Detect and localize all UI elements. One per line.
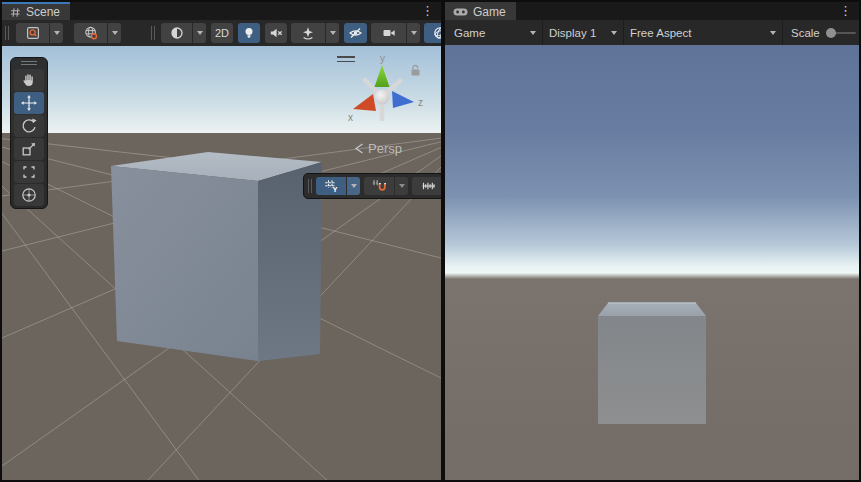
play-mode-target-dropdown[interactable]: Game bbox=[448, 20, 542, 45]
effects-dropdown[interactable] bbox=[326, 23, 339, 43]
scene-visibility-button[interactable] bbox=[344, 23, 367, 43]
view-tool-button[interactable] bbox=[14, 69, 44, 91]
scale-tool-button[interactable] bbox=[14, 138, 44, 160]
gizmo-x-label: x bbox=[348, 112, 353, 123]
projection-label: Persp bbox=[368, 141, 402, 156]
shading-mode-dropdown[interactable] bbox=[193, 23, 206, 43]
scene-tab-label: Scene bbox=[26, 5, 60, 19]
display-dropdown[interactable]: Display 1 bbox=[543, 20, 623, 45]
grid-snapping-dropdown[interactable] bbox=[395, 177, 408, 195]
scale-slider-knob[interactable] bbox=[826, 28, 836, 38]
unity-editor-window: Scene ⋮ bbox=[0, 0, 861, 482]
tool-settings-icon bbox=[26, 26, 40, 40]
scale-label: Scale bbox=[791, 27, 820, 39]
tool-settings-button[interactable] bbox=[16, 23, 49, 43]
grid-snap-overlay: Y bbox=[303, 173, 441, 199]
gizmo-z-label: z bbox=[418, 97, 423, 108]
rotate-icon bbox=[20, 117, 38, 135]
transform-tool-button[interactable] bbox=[14, 184, 44, 206]
aspect-ratio-dropdown[interactable]: Free Aspect bbox=[624, 20, 782, 45]
effects-sparkle-icon bbox=[301, 26, 315, 40]
game-cube bbox=[594, 298, 710, 428]
snap-increment-button[interactable] bbox=[412, 177, 441, 195]
move-icon bbox=[20, 94, 38, 112]
audio-mute-button[interactable] bbox=[265, 23, 287, 43]
pivot-orientation-button[interactable] bbox=[74, 23, 107, 43]
gizmo-z-axis[interactable] bbox=[392, 91, 414, 108]
game-tab-label: Game bbox=[473, 5, 506, 19]
scene-viewport[interactable]: y x z Persp bbox=[2, 46, 441, 480]
snap-ruler-icon bbox=[421, 179, 436, 193]
move-tool-button[interactable] bbox=[14, 92, 44, 114]
grid-axis-icon: Y bbox=[324, 179, 338, 193]
grid-visibility-dropdown[interactable] bbox=[347, 177, 360, 195]
grid-snapping-button[interactable] bbox=[364, 177, 394, 195]
audio-muted-icon bbox=[269, 26, 283, 40]
gamepad-icon bbox=[453, 7, 468, 17]
projection-toggle[interactable]: Persp bbox=[354, 141, 402, 156]
scene-menu-button[interactable]: ⋮ bbox=[414, 2, 441, 20]
game-menu-button[interactable]: ⋮ bbox=[832, 2, 859, 20]
scene-grid-icon bbox=[10, 7, 21, 18]
pivot-orientation-dropdown[interactable] bbox=[108, 23, 121, 43]
camera-icon bbox=[382, 26, 396, 40]
rect-icon bbox=[20, 163, 38, 181]
tab-scene[interactable]: Scene bbox=[2, 2, 70, 20]
rect-tool-button[interactable] bbox=[14, 161, 44, 183]
scene-toolbar: 2D bbox=[2, 20, 441, 46]
shading-mode-button[interactable] bbox=[161, 23, 192, 43]
tools-overlay bbox=[10, 57, 48, 209]
rotate-tool-button[interactable] bbox=[14, 115, 44, 137]
toolbar-drag-handle-2[interactable] bbox=[151, 26, 155, 40]
gizmo-y-axis[interactable] bbox=[375, 65, 390, 87]
camera-settings-dropdown[interactable] bbox=[407, 23, 420, 43]
gizmo-center-sphere bbox=[375, 90, 390, 105]
game-tabbar: Game ⋮ bbox=[445, 2, 859, 20]
pivot-globe-icon bbox=[84, 26, 98, 40]
game-panel: Game ⋮ Game Display 1 Free Aspect Scale bbox=[445, 2, 859, 480]
lock-icon[interactable] bbox=[410, 64, 421, 77]
grid-visibility-button[interactable]: Y bbox=[316, 177, 346, 195]
game-viewport[interactable] bbox=[445, 45, 859, 480]
hand-icon bbox=[20, 71, 38, 89]
2d-toggle-button[interactable]: 2D bbox=[211, 23, 233, 43]
scene-tabbar: Scene ⋮ bbox=[2, 2, 441, 20]
grid-axis-label: Y bbox=[332, 185, 337, 193]
tool-settings-dropdown[interactable] bbox=[50, 23, 63, 43]
effects-button[interactable] bbox=[291, 23, 325, 43]
toolbar-drag-handle[interactable] bbox=[5, 26, 9, 40]
camera-settings-button[interactable] bbox=[371, 23, 406, 43]
grid-overlay-drag-handle[interactable] bbox=[308, 179, 312, 193]
scene-cube[interactable] bbox=[111, 152, 322, 361]
grid-magnet-icon bbox=[372, 179, 386, 193]
scale-slider[interactable] bbox=[828, 32, 856, 34]
scale-control: Scale bbox=[791, 27, 856, 39]
scene-lighting-button[interactable] bbox=[238, 23, 260, 43]
eye-crossed-icon bbox=[348, 26, 363, 40]
tools-overlay-drag-handle[interactable] bbox=[21, 61, 37, 65]
game-toolbar: Game Display 1 Free Aspect Scale bbox=[445, 20, 859, 45]
gizmo-y-label: y bbox=[380, 53, 385, 64]
transform-icon bbox=[20, 186, 38, 204]
shaded-sphere-icon bbox=[170, 26, 184, 40]
persp-chevron-icon bbox=[354, 142, 364, 155]
gizmo-x-axis[interactable] bbox=[353, 94, 376, 111]
light-bulb-icon bbox=[242, 26, 256, 40]
scale-icon bbox=[20, 140, 38, 158]
scene-panel: Scene ⋮ bbox=[2, 2, 441, 480]
tab-game[interactable]: Game bbox=[445, 2, 516, 20]
